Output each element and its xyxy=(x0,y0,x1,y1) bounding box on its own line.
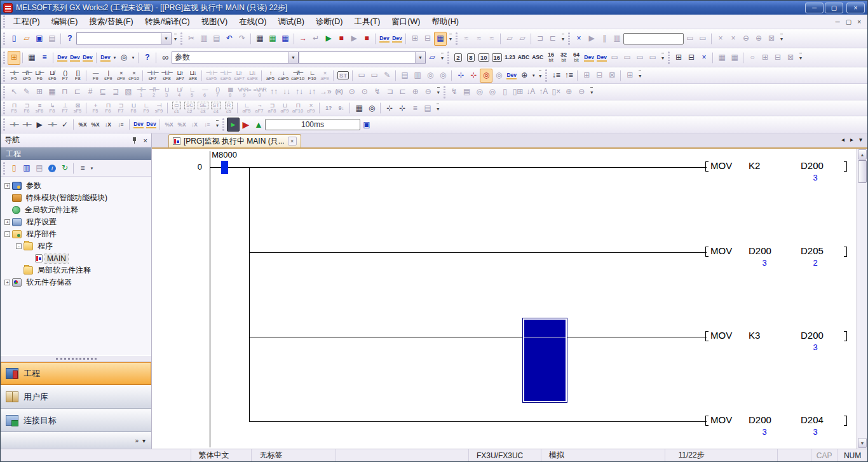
align-right-icon[interactable]: ⊒▼ xyxy=(109,85,122,99)
wire-monitor2-icon[interactable]: ⊹▼ xyxy=(396,101,409,115)
pointer-number-icon[interactable]: 1?▼ xyxy=(322,101,335,115)
falling-pulse-icon[interactable]: ⊣↓⊢sF8▼ xyxy=(159,68,173,83)
ladder-symbol-0-icon[interactable]: =VAR0▼ xyxy=(252,85,268,99)
window-arrange-icon[interactable]: ⊟▼ xyxy=(593,69,606,83)
tab-main-program[interactable]: [PRG]监视 执行中 MAIN (只... × xyxy=(168,134,301,147)
step-pause-icon[interactable]: ∥▼ xyxy=(598,32,611,46)
table-edit-icon[interactable]: ▦▼ xyxy=(46,85,58,99)
work-list-icon[interactable]: ≡▼ xyxy=(38,51,51,65)
falling-pulse-closed-icon[interactable]: ⊣↓⊢saF6▼ xyxy=(219,68,233,83)
ladder-symbol-8-icon[interactable]: ▦8▼ xyxy=(224,85,236,99)
renumber-icon[interactable]: 9↓▼ xyxy=(335,101,348,115)
scaling-x1-icon[interactable]: %X▼ xyxy=(76,118,89,132)
data-box-c4-icon[interactable]: STc4▼ xyxy=(210,101,222,116)
break-set-icon[interactable]: ×▼ xyxy=(714,32,727,46)
sort-up-icon[interactable]: ↑↑▼ xyxy=(268,85,280,99)
menu-item[interactable]: 工具(T) xyxy=(348,15,386,29)
toolbar-overflow-icon[interactable]: ▾▼ xyxy=(659,51,667,65)
tree-item-device-memory[interactable]: + 软元件存储器 xyxy=(2,276,150,289)
find-contact-coil-icon[interactable]: ◎▼ xyxy=(424,69,437,83)
edit-cursor-cell[interactable] xyxy=(522,318,567,403)
check-program-icon[interactable]: ✓▼ xyxy=(58,118,71,132)
instruction-mov-1[interactable]: MOV K2 D200 xyxy=(699,160,850,173)
draw-rule-f8-icon[interactable]: ⊔F8▼ xyxy=(127,101,140,116)
rule-af9-icon[interactable]: ⊔aF9▼ xyxy=(278,101,291,116)
device-test-icon[interactable]: Dev▼ xyxy=(69,51,81,65)
device-label-combo[interactable]: 参数▼ xyxy=(172,51,299,64)
find-document-icon[interactable]: ▱▼ xyxy=(503,32,516,46)
tree-expand-icon[interactable]: + xyxy=(4,219,10,225)
tree-expand-icon[interactable]: - xyxy=(16,243,22,249)
find-device-icon[interactable]: ◎▼ xyxy=(437,69,449,83)
tab-menu-icon[interactable]: ▾ xyxy=(859,136,862,143)
reference-left-icon[interactable]: ⊐▼ xyxy=(534,32,546,46)
menu-item[interactable]: 调试(B) xyxy=(272,15,310,29)
find-next-icon[interactable]: ◎▼ xyxy=(473,85,486,99)
break-enable-icon[interactable]: ⊕▼ xyxy=(752,32,765,46)
sort-filter-icon[interactable]: ≡▼ xyxy=(76,161,89,175)
device-offset-list-icon[interactable]: Dev▼ xyxy=(145,118,158,132)
window2-icon[interactable]: ⊟▼ xyxy=(771,51,784,65)
device-batch-monitor-icon[interactable]: Dev▼ xyxy=(378,32,391,46)
monitor-write-mode-icon[interactable]: ◎▼ xyxy=(492,69,505,83)
paste-data-icon[interactable]: ▤▼ xyxy=(33,161,46,175)
device-display-mode-icon[interactable]: Dev▼ xyxy=(505,69,518,83)
device-test2-icon[interactable]: ⊣⊢▼ xyxy=(46,118,58,132)
open-project-icon[interactable]: ▱▼ xyxy=(20,32,33,46)
tree-expand-icon[interactable]: + xyxy=(4,280,10,285)
statement-balloon-icon[interactable]: ⊙▼ xyxy=(346,85,358,99)
edit-statement-icon[interactable]: ▭▼ xyxy=(355,69,368,83)
sort-ascending-icon[interactable]: ↓A▼ xyxy=(524,85,537,99)
tree-item-local-comment[interactable]: 局部软元件注释 xyxy=(2,264,150,276)
application-instruction-icon[interactable]: [ ]F8▼ xyxy=(71,68,84,83)
nav-button-connection[interactable]: 连接目标 xyxy=(1,409,151,432)
abc-display-icon[interactable]: ABC▼ xyxy=(517,51,531,65)
window-split-icon[interactable]: ⊞▼ xyxy=(580,69,593,83)
reference-right-icon[interactable]: ⊏▼ xyxy=(546,32,559,46)
sampling-trace-icon[interactable]: ≈▼ xyxy=(460,32,473,46)
octal-display-icon[interactable]: 8▼ xyxy=(465,51,477,65)
register-watch-icon[interactable]: Dev▼ xyxy=(391,32,403,46)
panel-close-icon[interactable]: × xyxy=(144,137,147,144)
rising-pulse-icon[interactable]: ⊣↑⊢sF7▼ xyxy=(146,68,159,83)
vertical-line-icon[interactable]: |sF9▼ xyxy=(102,68,114,83)
forced-on-icon[interactable]: ⊣⊢▼ xyxy=(20,118,33,132)
flash-copy-icon[interactable]: ↯▼ xyxy=(448,85,461,99)
debug-placeholder-icon[interactable]: ▭▼ xyxy=(696,32,709,46)
insert-column-icon[interactable]: ▯⊞▼ xyxy=(512,85,525,99)
binary-display-icon[interactable]: 2▼ xyxy=(452,51,465,65)
move-down-icon[interactable]: ↓↑▼ xyxy=(306,85,318,99)
menu-item[interactable]: 窗口(W) xyxy=(386,15,426,29)
sort-down-icon[interactable]: ↓↓▼ xyxy=(280,85,293,99)
data-box-c5-icon[interactable]: Rc5▼ xyxy=(222,101,235,116)
trace-start-icon[interactable]: ≈▼ xyxy=(485,32,498,46)
rising-pulse-closed-icon[interactable]: ⊣↑⊢saF5▼ xyxy=(205,68,219,83)
open-branch-icon[interactable]: ⊔⊢F6▼ xyxy=(33,68,46,83)
read-from-plc-icon[interactable]: ▦▼ xyxy=(266,32,279,46)
ladder-symbol-7-icon[interactable]: ( )7▼ xyxy=(211,85,224,99)
zoom-icon[interactable]: ⊕▼ xyxy=(518,69,531,83)
print-icon[interactable]: ▤▼ xyxy=(46,32,58,46)
device-offset-icon[interactable]: Dev▼ xyxy=(132,118,145,132)
dropdown-arrow-icon[interactable]: ▾▼ xyxy=(130,51,136,65)
device-find-icon[interactable]: Dev▼ xyxy=(56,51,69,65)
mdi-close-icon[interactable]: × xyxy=(857,18,861,25)
grid-edit-icon[interactable]: ⊞▼ xyxy=(33,85,46,99)
trace-setting-icon[interactable]: ≈▼ xyxy=(473,32,485,46)
device-comment-icon[interactable]: Dev▼ xyxy=(583,51,595,65)
watch-register1-icon[interactable]: ▭▼ xyxy=(608,51,621,65)
find-box-icon[interactable]: #▼ xyxy=(84,85,97,99)
all-compile-icon[interactable]: ≡▼ xyxy=(409,101,421,115)
fb-instance-icon[interactable]: ⊓▼ xyxy=(58,85,71,99)
delete-cell-icon[interactable]: ▧▼ xyxy=(122,85,135,99)
tile-window-icon[interactable]: ⊟▼ xyxy=(421,32,434,46)
menu-item[interactable]: 视图(V) xyxy=(196,15,234,29)
continuous-paste-icon[interactable]: ▤▼ xyxy=(398,69,411,83)
module-configuration-icon[interactable]: ▦▼ xyxy=(25,51,38,65)
menu-item[interactable]: 诊断(D) xyxy=(310,15,348,29)
instruction-mov-3[interactable]: MOV K3 D200 xyxy=(699,330,850,343)
ladder-editor[interactable]: 0 M8000 MOV K2 D200 3 xyxy=(152,149,857,449)
decimal-display-icon[interactable]: 10▼ xyxy=(477,51,491,65)
project-view-toggle-icon[interactable]: ⊞▼ xyxy=(8,51,20,65)
line-tool-sf6-icon[interactable]: ≡sF6▼ xyxy=(33,101,46,116)
